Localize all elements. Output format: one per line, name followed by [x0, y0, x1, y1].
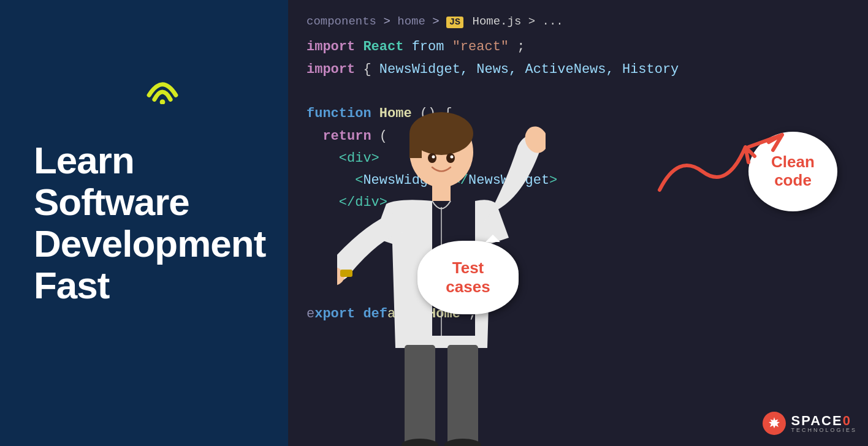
arrow-icon [653, 129, 788, 202]
breadcrumb-line: components > home > JS Home.js > ... [306, 12, 850, 31]
headline-line4: Fast [34, 264, 109, 306]
headline-line3: Development [34, 222, 265, 265]
svg-rect-9 [447, 345, 478, 446]
breadcrumb-home: home [397, 15, 425, 28]
spaceo-text: SPACE0 TECHNOLOGIES [791, 414, 857, 433]
code-line-1: import React from "react" ; [306, 36, 850, 58]
left-panel: Learn Software Development Fast [0, 0, 288, 446]
svg-rect-7 [340, 270, 352, 277]
svg-rect-8 [405, 345, 435, 446]
spaceo-sub-text: TECHNOLOGIES [791, 428, 857, 433]
svg-point-14 [446, 153, 455, 163]
wifi-icon [141, 67, 184, 107]
js-badge: JS [446, 17, 463, 28]
svg-point-0 [160, 99, 166, 104]
breadcrumb-file: Home.js > ... [473, 15, 563, 28]
svg-rect-3 [409, 134, 422, 158]
test-cases-text: Test cases [446, 259, 490, 297]
maple-leaf-icon [763, 412, 786, 435]
test-cases-bubble: Test cases [417, 241, 519, 314]
headline-line2: Software [34, 181, 189, 223]
right-panel: components > home > JS Home.js > ... imp… [288, 0, 868, 446]
brand-text: SPACE [791, 413, 842, 428]
spaceo-logo: SPACE0 TECHNOLOGIES [763, 412, 857, 435]
brand-zero: 0 [843, 413, 851, 428]
svg-rect-4 [432, 183, 451, 201]
spaceo-brand-name: SPACE0 [791, 414, 857, 428]
breadcrumb-components: components [306, 15, 376, 28]
headline-line1: Learn [34, 139, 134, 181]
code-line-2: import { NewsWidget, News, ActiveNews, H… [306, 59, 850, 81]
svg-point-16 [451, 156, 454, 159]
svg-point-13 [428, 153, 436, 163]
headline: Learn Software Development Fast [34, 140, 257, 307]
svg-point-15 [432, 156, 435, 159]
